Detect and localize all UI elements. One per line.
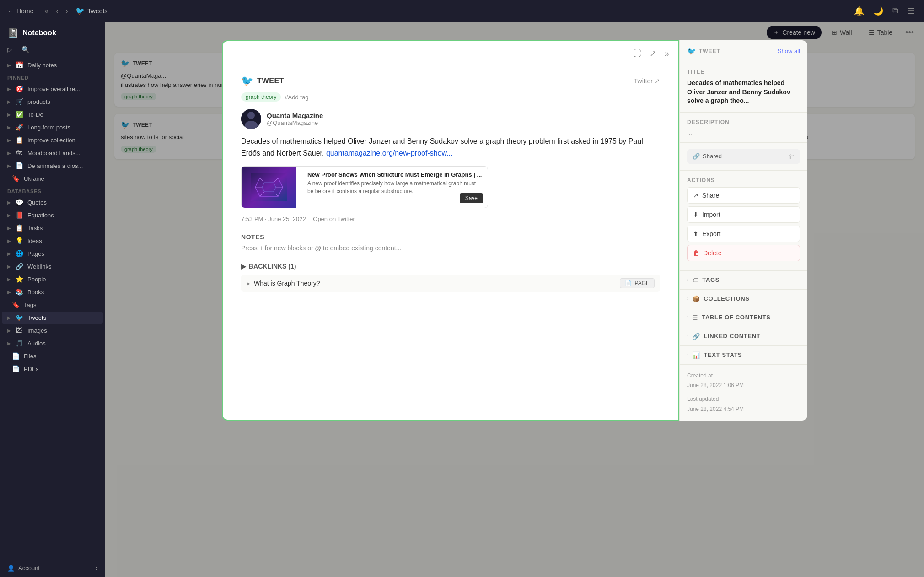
twitter-link[interactable]: Twitter ↗ <box>634 77 660 85</box>
modal-overlay: ⛶ ↗ » 🐦 TWEET <box>105 22 924 577</box>
sidebar-item-daily-notes[interactable]: ▶ 📅 Daily notes <box>2 59 103 71</box>
topbar-nav: « ‹ › <box>42 5 71 17</box>
sidebar-item-equations[interactable]: ▶ 📕 Equations <box>2 209 103 221</box>
modal-sidebar: 🐦 TWEET Show all TITLE Decades of mathem… <box>679 40 807 421</box>
nav-forward-button[interactable]: › <box>63 5 71 17</box>
tweet-text-link[interactable]: quantamagazine.org/new-proof-show... <box>326 149 453 157</box>
breadcrumb-icon: 🐦 <box>75 6 85 15</box>
sidebar-item-improve-overall[interactable]: ▶ 🎯 Improve overall re... <box>2 83 103 95</box>
sidebar-item-tags[interactable]: 🔖 Tags <box>2 299 103 311</box>
sidebar-item-pdfs[interactable]: 📄 PDFs <box>2 363 103 375</box>
text-stats-section-row[interactable]: › 📊 TEXT STATS <box>680 346 807 365</box>
collections-row-label: COLLECTIONS <box>704 295 800 302</box>
topbar-left: ← Home « ‹ › 🐦 Tweets <box>7 5 107 17</box>
modal-more-btn[interactable]: » <box>663 47 671 60</box>
text-stats-row-label: TEXT STATS <box>704 351 800 358</box>
sidebar-item-products[interactable]: ▶ 🛒 products <box>2 96 103 108</box>
topbar-copy-icon[interactable]: ⧉ <box>891 4 900 17</box>
collections-box-icon: 📦 <box>692 295 700 302</box>
shared-delete-button[interactable]: 🗑 <box>788 153 795 160</box>
sidebar-item-ideas[interactable]: ▶ 💡 Ideas <box>2 235 103 247</box>
topbar: ← Home « ‹ › 🐦 Tweets 🔔 🌙 ⧉ ☰ <box>0 0 924 22</box>
home-button[interactable]: ← Home <box>7 7 33 15</box>
nav-back-back-button[interactable]: « <box>42 5 51 17</box>
sidebar-item-files[interactable]: 📄 Files <box>2 350 103 362</box>
sidebar-item-audios[interactable]: ▶ 🎵 Audios <box>2 337 103 349</box>
updated-at-label: Last updated June 28, 2022 4:54 PM <box>687 394 800 414</box>
topbar-moon-icon[interactable]: 🌙 <box>871 4 885 18</box>
modal-expand-btn[interactable]: ⛶ <box>631 47 643 60</box>
sidebar-item-books[interactable]: ▶ 📚 Books <box>2 286 103 298</box>
item-title: Decades of mathematics helped Oliver Jan… <box>687 79 800 106</box>
share-button[interactable]: ↗ Share <box>687 187 800 204</box>
sidebar-search-btn[interactable]: 🔍 <box>18 44 33 55</box>
sidebar-item-pages[interactable]: ▶ 🌐 Pages <box>2 248 103 259</box>
notes-plus: + <box>259 244 263 252</box>
sidebar-header: 📓 Notebook <box>0 22 105 44</box>
notes-section: NOTES Press + for new blocks or @ to emb… <box>241 233 660 252</box>
backlink-page-badge: 📄 PAGE <box>620 278 655 288</box>
import-button[interactable]: ⬇ Import <box>687 206 800 223</box>
nav-back-button[interactable]: ‹ <box>53 5 61 17</box>
svg-point-1 <box>247 112 255 119</box>
tags-chevron-icon: › <box>687 277 688 282</box>
author-handle: @QuantaMagazine <box>267 119 323 126</box>
share-icon: ↗ <box>693 192 698 199</box>
collections-section-row[interactable]: › 📦 COLLECTIONS <box>680 290 807 308</box>
home-label: Home <box>16 7 33 15</box>
export-button[interactable]: ⬆ Export <box>687 226 800 242</box>
tweet-text: Decades of mathematics helped Oliver Jan… <box>241 135 660 159</box>
modal-sidebar-tweet-label: TWEET <box>699 48 720 54</box>
modal-sidebar-tweet-section: 🐦 TWEET Show all <box>680 40 807 62</box>
notebook-icon: 📓 <box>7 27 19 38</box>
account-chevron-icon: › <box>96 565 97 572</box>
tag-graph-theory-modal[interactable]: graph theory <box>241 92 281 102</box>
sidebar-item-quotes[interactable]: ▶ 💬 Quotes <box>2 196 103 208</box>
sidebar-item-weblinks[interactable]: ▶ 🔗 Weblinks <box>2 260 103 272</box>
sidebar-item-moodboard[interactable]: ▶ 🗺 Moodboard Lands... <box>2 147 103 159</box>
share-label: Share <box>702 192 719 199</box>
sidebar-item-tasks[interactable]: ▶ 📋 Tasks <box>2 222 103 234</box>
modal-main: ⛶ ↗ » 🐦 TWEET <box>222 40 679 421</box>
backlinks-header[interactable]: ▶ BACKLINKS (1) <box>241 263 660 270</box>
backlinks-label: BACKLINKS (1) <box>249 263 296 270</box>
open-on-twitter-link[interactable]: Open on Twitter <box>313 216 355 222</box>
tweet-preview-card[interactable]: New Proof Shows When Structure Must Emer… <box>241 166 488 208</box>
modal-sidebar-desc-section: DESCRIPTION ... <box>680 113 807 143</box>
toc-chevron-icon: › <box>687 315 688 320</box>
tweet-header-left: 🐦 TWEET <box>241 75 284 87</box>
linked-chevron-icon: › <box>687 334 688 339</box>
linked-link-icon: 🔗 <box>692 333 700 340</box>
shared-label: Shared <box>703 153 722 160</box>
backlink-item-1[interactable]: ▶ What is Graph Theory? 📄 PAGE <box>241 275 660 292</box>
account-button[interactable]: 👤 Account › <box>0 559 105 577</box>
toc-section-row[interactable]: › ☰ TABLE OF CONTENTS <box>680 308 807 327</box>
delete-button[interactable]: 🗑 Delete <box>687 245 800 261</box>
modal-container: ⛶ ↗ » 🐦 TWEET <box>222 40 807 421</box>
tweet-author-info: Quanta Magazine @QuantaMagazine <box>267 112 323 126</box>
collections-chevron-icon: › <box>687 296 688 301</box>
modal-external-link-btn[interactable]: ↗ <box>648 47 658 60</box>
save-preview-button[interactable]: Save <box>460 193 483 203</box>
show-all-link[interactable]: Show all <box>778 48 800 54</box>
modal-body: 🐦 TWEET Twitter ↗ graph theory <box>223 66 678 420</box>
notes-at: @ <box>315 244 321 252</box>
backlinks-arrow-icon: ▶ <box>241 263 246 270</box>
sidebar-item-todo[interactable]: ▶ ✅ To-Do <box>2 108 103 120</box>
created-at-value: June 28, 2022 1:06 PM <box>687 382 744 388</box>
backlink-badge-label: PAGE <box>635 280 650 286</box>
topbar-notifications-icon[interactable]: 🔔 <box>852 4 866 18</box>
tags-row-label: TAGS <box>702 276 800 283</box>
topbar-menu-icon[interactable]: ☰ <box>906 4 917 18</box>
add-tag-button[interactable]: #Add tag <box>285 94 308 101</box>
sidebar-item-ukraine[interactable]: 🔖 Ukraine <box>2 173 103 184</box>
sidebar-item-images[interactable]: ▶ 🖼 Images <box>2 324 103 336</box>
sidebar-item-longform[interactable]: ▶ 🚀 Long-form posts <box>2 121 103 133</box>
linked-content-section-row[interactable]: › 🔗 LINKED CONTENT <box>680 327 807 346</box>
sidebar-item-people[interactable]: ▶ ⭐ People <box>2 273 103 285</box>
sidebar-play-btn[interactable]: ▷ <box>4 44 16 55</box>
sidebar-item-de-animales[interactable]: ▶ 📄 De animales a dios... <box>2 160 103 172</box>
sidebar-item-tweets[interactable]: ▶ 🐦 Tweets <box>2 312 103 324</box>
tags-section-row[interactable]: › 🏷 TAGS <box>680 271 807 290</box>
sidebar-item-improve-collection[interactable]: ▶ 📋 Improve collection <box>2 134 103 146</box>
